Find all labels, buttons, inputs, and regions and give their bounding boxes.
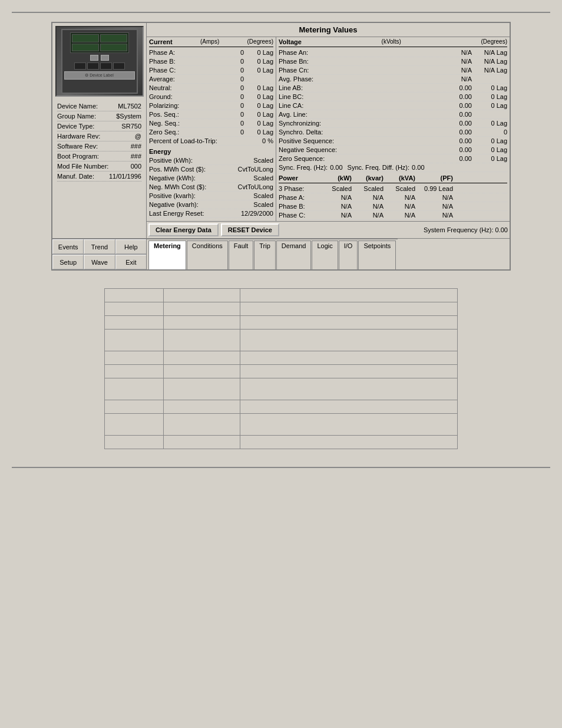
bt-cell bbox=[240, 330, 457, 351]
setup-button[interactable]: Setup bbox=[52, 255, 84, 269]
sync-freq-diff-val: 0.00 bbox=[412, 164, 424, 171]
voltage-degrees: (Degrees) bbox=[481, 38, 507, 45]
current-ground: Ground: 0 0 Lag bbox=[149, 93, 273, 101]
voltage-line-ca: Line CA: 0.00 0 Lag bbox=[279, 101, 507, 110]
current-neg-seq: Neg. Seq.: 0 0 Lag bbox=[149, 119, 273, 128]
boot-value: ### bbox=[131, 153, 141, 160]
bt-row-5 bbox=[105, 351, 457, 365]
current-phase-b: Phase B: 0 0 Lag bbox=[149, 57, 273, 66]
voltage-phase-cn: Phase Cn: N/A N/A Lag bbox=[279, 66, 507, 75]
current-phase-a: Phase A: 0 0 Lag bbox=[149, 48, 273, 57]
voltage-header: Voltage (kVolts) (Degrees) bbox=[279, 38, 507, 47]
bt-cell bbox=[105, 316, 164, 329]
voltage-avg-line: Avg. Line: 0.00 bbox=[279, 110, 507, 119]
voltage-positive-seq: Positive Sequence: 0.00 0 Lag bbox=[279, 137, 507, 146]
device-type-row: Device Type: SR750 bbox=[57, 123, 141, 131]
panel-top: ⚙ Device Label Device Name: ML7502 Group… bbox=[52, 23, 510, 239]
bt-row-4 bbox=[105, 330, 457, 351]
group-name-value: $System bbox=[116, 113, 141, 120]
voltage-line-ab: Line AB: 0.00 0 Lag bbox=[279, 84, 507, 93]
help-button[interactable]: Help bbox=[115, 239, 146, 254]
current-neutral: Neutral: 0 0 Lag bbox=[149, 84, 273, 93]
left-btn-row-2: Setup Wave Exit bbox=[52, 254, 146, 269]
power-3phase: 3 Phase: Scaled Scaled Scaled 0.99 Lead bbox=[279, 185, 507, 193]
left-nav-buttons: Events Trend Help Setup Wave Exit bbox=[52, 239, 147, 269]
bt-cell bbox=[240, 302, 457, 315]
sw-rev-label: Software Rev: bbox=[57, 143, 107, 150]
bt-row-8 bbox=[105, 400, 457, 414]
power-phase-a: Phase A: N/A N/A N/A N/A bbox=[279, 193, 507, 202]
tab-io[interactable]: I/O bbox=[339, 241, 358, 269]
energy-title: Energy bbox=[149, 148, 273, 155]
power-kvar-label: (kvar) bbox=[354, 174, 384, 182]
bt-row-1 bbox=[105, 289, 457, 302]
system-freq-value: 0.00 bbox=[495, 226, 508, 233]
trend-button[interactable]: Trend bbox=[84, 239, 115, 254]
wave-button[interactable]: Wave bbox=[84, 255, 115, 269]
voltage-phase-bn: Phase Bn: N/A N/A Lag bbox=[279, 57, 507, 66]
bt-cell bbox=[240, 365, 457, 378]
sw-rev-row: Software Rev: ### bbox=[57, 143, 141, 151]
device-image: ⚙ Device Label bbox=[55, 26, 144, 97]
current-zero-seq: Zero Seq.: 0 0 Lag bbox=[149, 128, 273, 137]
bt-cell bbox=[240, 414, 457, 435]
exit-button[interactable]: Exit bbox=[115, 255, 146, 269]
device-info: Device Name: ML7502 Group Name: $System … bbox=[52, 100, 146, 186]
mod-label: Mod File Number: bbox=[57, 163, 108, 170]
bt-cell bbox=[164, 351, 240, 364]
clear-energy-button[interactable]: Clear Energy Data bbox=[148, 223, 219, 236]
power-phase-c: Phase C: N/A N/A N/A N/A bbox=[279, 211, 507, 220]
device-type-label: Device Type: bbox=[57, 123, 107, 130]
device-name-row: Device Name: ML7502 bbox=[57, 103, 141, 111]
bt-cell bbox=[105, 365, 164, 378]
page-wrapper: ⚙ Device Label Device Name: ML7502 Group… bbox=[0, 0, 562, 728]
tab-demand[interactable]: Demand bbox=[276, 241, 312, 269]
energy-neg-kvarh: Negative (kvarh): Scaled bbox=[149, 200, 273, 209]
tab-trip[interactable]: Trip bbox=[254, 241, 276, 269]
action-bar: Clear Energy Data RESET Device System Fr… bbox=[147, 221, 510, 238]
metering-section: Metering Values Current (Amps) (Degrees)… bbox=[147, 23, 510, 238]
system-freq-text: System Frequency (Hz): bbox=[424, 226, 494, 233]
bt-cell bbox=[164, 400, 240, 413]
group-name-label: Group Name: bbox=[57, 113, 107, 120]
power-label: Power bbox=[279, 174, 320, 182]
events-button[interactable]: Events bbox=[52, 239, 84, 254]
voltage-avg-phase: Avg. Phase: N/A bbox=[279, 75, 507, 84]
current-polarizing: Polarizing: 0 0 Lag bbox=[149, 101, 273, 110]
bt-row-10 bbox=[105, 436, 457, 449]
power-header: Power (kW) (kvar) (kVA) (PF) bbox=[279, 174, 507, 183]
boot-row: Boot Program: ### bbox=[57, 153, 141, 162]
voltage-label: Voltage bbox=[279, 38, 302, 45]
bt-cell bbox=[240, 351, 457, 364]
current-label: Current bbox=[149, 38, 173, 45]
current-degrees: (Degrees) bbox=[247, 38, 273, 45]
left-btn-row-1: Events Trend Help bbox=[52, 239, 146, 254]
bt-cell bbox=[105, 378, 164, 400]
device-image-section: ⚙ Device Label Device Name: ML7502 Group… bbox=[52, 23, 147, 238]
mod-row: Mod File Number: 000 bbox=[57, 163, 141, 172]
tab-logic[interactable]: Logic bbox=[312, 241, 338, 269]
power-phase-b: Phase B: N/A N/A N/A N/A bbox=[279, 202, 507, 211]
sync-freq-row: Sync. Freq. (Hz): 0.00 Sync. Freq. Diff.… bbox=[279, 163, 507, 172]
tab-fault[interactable]: Fault bbox=[229, 241, 253, 269]
tab-metering[interactable]: Metering bbox=[148, 241, 186, 269]
metering-content: Current (Amps) (Degrees) Phase A: 0 0 La… bbox=[147, 37, 510, 221]
bt-cell bbox=[240, 400, 457, 413]
system-freq-label: System Frequency (Hz): 0.00 bbox=[424, 226, 508, 233]
top-rule bbox=[12, 12, 550, 13]
bottom-rule bbox=[12, 467, 550, 468]
group-name-row: Group Name: $System bbox=[57, 113, 141, 121]
current-amps: (Amps) bbox=[200, 38, 219, 45]
power-pf-label: (PF) bbox=[418, 174, 453, 182]
current-phase-c: Phase C: 0 0 Lag bbox=[149, 66, 273, 75]
current-header: Current (Amps) (Degrees) bbox=[149, 38, 273, 47]
tab-conditions[interactable]: Conditions bbox=[187, 241, 228, 269]
tab-setpoints[interactable]: Setpoints bbox=[358, 241, 396, 269]
bt-cell bbox=[164, 316, 240, 329]
bt-cell bbox=[240, 436, 457, 449]
voltage-kvolts: (kVolts) bbox=[382, 38, 401, 45]
energy-neg-kwh: Negative (kWh): Scaled bbox=[149, 174, 273, 183]
bt-cell bbox=[164, 330, 240, 351]
reset-device-button[interactable]: RESET Device bbox=[221, 223, 279, 236]
sync-freq-label: Sync. Freq. (Hz): bbox=[279, 164, 328, 171]
